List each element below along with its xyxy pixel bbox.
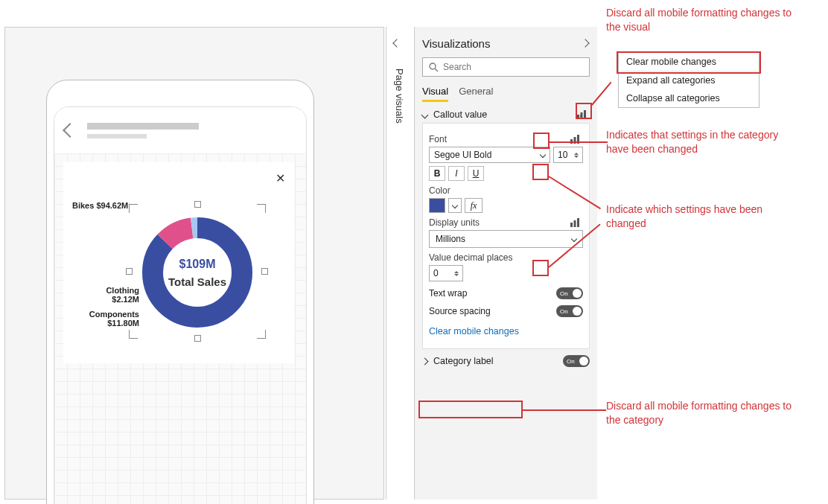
- donut-chart: $109M Total Sales: [138, 213, 257, 332]
- font-size-stepper[interactable]: 10: [553, 147, 583, 163]
- page-visuals-collapsed[interactable]: Page visuals: [386, 27, 414, 500]
- source-spacing-toggle[interactable]: On: [556, 305, 583, 317]
- fx-button[interactable]: fx: [465, 198, 483, 213]
- changed-indicator-icon: [570, 217, 583, 228]
- selection-handle-left[interactable]: [126, 268, 133, 275]
- clear-mobile-changes-link[interactable]: Clear mobile changes: [429, 323, 583, 342]
- chevron-down-icon: [421, 111, 429, 118]
- svg-point-3: [430, 63, 436, 69]
- search-icon: [429, 63, 439, 72]
- color-label: Color: [429, 185, 583, 196]
- annotation-text-4: Discard all mobile formatting changes to…: [606, 399, 800, 427]
- close-icon[interactable]: ✕: [276, 171, 285, 185]
- chart-center-title: Total Sales: [168, 275, 226, 288]
- data-label-components: Components$11.80M: [72, 310, 139, 328]
- decimal-places-stepper[interactable]: 0: [429, 265, 463, 281]
- text-wrap-label: Text wrap: [429, 288, 467, 299]
- selection-handle-top[interactable]: [194, 201, 201, 208]
- font-label: Font: [429, 134, 447, 144]
- underline-button[interactable]: U: [468, 166, 484, 181]
- annotation-box: [532, 260, 549, 276]
- annotation-box: [532, 164, 549, 180]
- menu-item-collapse[interactable]: Collapse all categories: [619, 89, 759, 107]
- title-placeholder: [87, 123, 199, 130]
- chevron-left-icon: [392, 39, 401, 47]
- chevron-right-icon: [421, 357, 429, 365]
- svg-line-4: [435, 68, 438, 71]
- app-header: [54, 107, 306, 153]
- annotation-box: [617, 51, 761, 74]
- tab-visual[interactable]: Visual: [422, 86, 448, 102]
- visualizations-panel: Visualizations Search Visual General ⋯ C…: [414, 27, 597, 500]
- selection-handle-right[interactable]: [261, 268, 268, 275]
- back-icon[interactable]: [63, 123, 77, 138]
- color-dropdown-button[interactable]: [448, 198, 462, 213]
- annotation-text-1: Discard all mobile formatting changes to…: [606, 6, 800, 34]
- selection-corner-bl[interactable]: [129, 330, 138, 339]
- callout-value-card: Font Segoe UI Bold 10 B I U Color fx: [422, 123, 590, 349]
- tab-general[interactable]: General: [459, 86, 493, 102]
- display-units-dropdown[interactable]: Millions: [429, 230, 583, 248]
- source-spacing-label: Source spacing: [429, 306, 491, 316]
- bold-button[interactable]: B: [429, 166, 445, 181]
- svg-rect-11: [570, 223, 573, 227]
- category-label-header[interactable]: Category label On: [422, 355, 590, 367]
- donut-chart-visual[interactable]: ✕ Bikes $94.62M Clothing$2.12M Component…: [63, 162, 294, 363]
- color-swatch[interactable]: [429, 198, 445, 213]
- page-visuals-label: Page visuals: [394, 68, 405, 124]
- data-label-bikes: Bikes $94.62M: [72, 201, 139, 210]
- annotation-box: [418, 401, 523, 418]
- search-input[interactable]: Search: [422, 57, 590, 77]
- italic-button[interactable]: I: [448, 166, 465, 181]
- text-wrap-toggle[interactable]: On: [556, 287, 583, 299]
- selection-handle-bottom[interactable]: [194, 335, 201, 342]
- svg-rect-12: [574, 220, 576, 227]
- annotation-line: [550, 141, 608, 143]
- panel-title: Visualizations: [422, 37, 590, 50]
- annotation-box: [533, 133, 550, 149]
- phone-frame: ✕ Bikes $94.62M Clothing$2.12M Component…: [46, 80, 314, 504]
- selection-corner-tr[interactable]: [257, 204, 266, 213]
- svg-rect-13: [577, 218, 579, 227]
- menu-item-expand[interactable]: Expand all categories: [619, 71, 759, 89]
- annotation-text-2: Indicates that settings in the category …: [606, 128, 800, 156]
- font-family-dropdown[interactable]: Segoe UI Bold: [429, 147, 550, 163]
- mobile-layout-canvas: ✕ Bikes $94.62M Clothing$2.12M Component…: [4, 27, 384, 500]
- display-units-label: Display units: [429, 217, 480, 228]
- annotation-text-3: Indicate which settings have been change…: [606, 202, 800, 231]
- layout-grid[interactable]: ✕ Bikes $94.62M Clothing$2.12M Component…: [54, 153, 306, 504]
- annotation-box: [576, 103, 592, 119]
- selection-corner-br[interactable]: [257, 330, 266, 339]
- subtitle-placeholder: [87, 134, 147, 138]
- annotation-line: [523, 409, 606, 411]
- category-label-toggle[interactable]: On: [563, 355, 590, 367]
- chart-center-value: $109M: [179, 258, 216, 271]
- callout-value-header[interactable]: Callout value: [422, 109, 590, 120]
- data-label-clothing: Clothing$2.12M: [72, 286, 139, 304]
